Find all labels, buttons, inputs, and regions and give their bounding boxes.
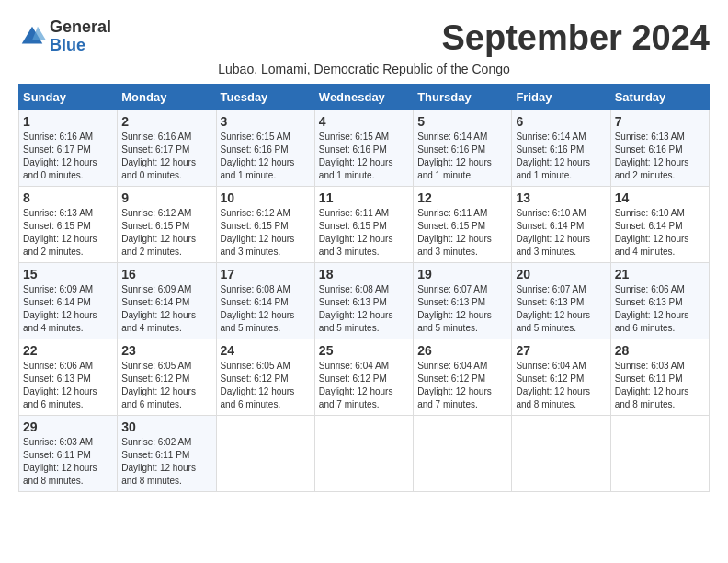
calendar-cell: 22 Sunrise: 6:06 AM Sunset: 6:13 PM Dayl… [19,339,118,416]
day-number: 16 [121,267,211,282]
calendar-cell: 26 Sunrise: 6:04 AM Sunset: 6:12 PM Dayl… [414,339,512,416]
col-wednesday: Wednesday [314,85,413,110]
calendar-table: Sunday Monday Tuesday Wednesday Thursday… [18,84,710,492]
day-number: 9 [121,190,211,205]
calendar-cell: 3 Sunrise: 6:15 AM Sunset: 6:16 PM Dayli… [216,110,314,187]
day-number: 18 [319,267,409,282]
day-info: Sunrise: 6:15 AM Sunset: 6:16 PM Dayligh… [319,132,393,180]
day-number: 28 [615,343,705,358]
day-number: 23 [121,343,211,358]
day-info: Sunrise: 6:16 AM Sunset: 6:17 PM Dayligh… [121,132,196,180]
col-tuesday: Tuesday [216,85,314,110]
calendar-cell: 9 Sunrise: 6:12 AM Sunset: 6:15 PM Dayli… [118,187,216,263]
day-number: 4 [319,114,409,129]
day-info: Sunrise: 6:05 AM Sunset: 6:12 PM Dayligh… [221,361,295,409]
day-number: 3 [221,114,311,129]
col-thursday: Thursday [414,85,512,110]
day-number: 7 [615,114,705,129]
calendar-cell: 23 Sunrise: 6:05 AM Sunset: 6:12 PM Dayl… [118,339,216,416]
day-info: Sunrise: 6:07 AM Sunset: 6:13 PM Dayligh… [417,284,492,333]
calendar-cell: 7 Sunrise: 6:13 AM Sunset: 6:16 PM Dayli… [610,110,709,187]
calendar-cell: 12 Sunrise: 6:11 AM Sunset: 6:15 PM Dayl… [414,187,512,263]
calendar-row: 8 Sunrise: 6:13 AM Sunset: 6:15 PM Dayli… [19,187,710,263]
logo-general-text: General [50,18,111,37]
calendar-cell [414,416,512,492]
day-info: Sunrise: 6:03 AM Sunset: 6:11 PM Dayligh… [615,361,689,409]
day-number: 14 [615,190,705,205]
day-number: 19 [417,267,507,282]
day-info: Sunrise: 6:06 AM Sunset: 6:13 PM Dayligh… [23,361,97,409]
day-number: 13 [516,190,606,205]
day-info: Sunrise: 6:13 AM Sunset: 6:16 PM Dayligh… [615,132,689,180]
day-number: 20 [516,267,606,282]
calendar-cell [610,416,709,492]
calendar-cell [314,416,413,492]
logo-icon [18,23,46,51]
day-info: Sunrise: 6:02 AM Sunset: 6:11 PM Dayligh… [121,437,196,486]
day-info: Sunrise: 6:14 AM Sunset: 6:16 PM Dayligh… [516,132,590,180]
calendar-cell: 14 Sunrise: 6:10 AM Sunset: 6:14 PM Dayl… [610,187,709,263]
day-info: Sunrise: 6:09 AM Sunset: 6:14 PM Dayligh… [121,284,196,333]
day-info: Sunrise: 6:13 AM Sunset: 6:15 PM Dayligh… [23,208,97,257]
calendar-cell [512,416,610,492]
calendar-cell: 25 Sunrise: 6:04 AM Sunset: 6:12 PM Dayl… [314,339,413,416]
day-info: Sunrise: 6:08 AM Sunset: 6:13 PM Dayligh… [319,284,393,333]
calendar-cell: 8 Sunrise: 6:13 AM Sunset: 6:15 PM Dayli… [19,187,118,263]
logo: General Blue [18,18,111,55]
calendar-cell: 24 Sunrise: 6:05 AM Sunset: 6:12 PM Dayl… [216,339,314,416]
col-sunday: Sunday [19,85,118,110]
calendar-cell: 28 Sunrise: 6:03 AM Sunset: 6:11 PM Dayl… [610,339,709,416]
calendar-cell: 30 Sunrise: 6:02 AM Sunset: 6:11 PM Dayl… [118,416,216,492]
calendar-cell: 19 Sunrise: 6:07 AM Sunset: 6:13 PM Dayl… [414,263,512,339]
calendar-cell: 5 Sunrise: 6:14 AM Sunset: 6:16 PM Dayli… [414,110,512,187]
day-number: 29 [23,419,113,434]
day-info: Sunrise: 6:11 AM Sunset: 6:15 PM Dayligh… [319,208,393,257]
day-info: Sunrise: 6:06 AM Sunset: 6:13 PM Dayligh… [615,284,689,333]
day-number: 10 [221,190,311,205]
day-info: Sunrise: 6:11 AM Sunset: 6:15 PM Dayligh… [417,208,492,257]
day-number: 5 [417,114,507,129]
calendar-cell: 18 Sunrise: 6:08 AM Sunset: 6:13 PM Dayl… [314,263,413,339]
calendar-row: 1 Sunrise: 6:16 AM Sunset: 6:17 PM Dayli… [19,110,710,187]
col-saturday: Saturday [610,85,709,110]
day-info: Sunrise: 6:16 AM Sunset: 6:17 PM Dayligh… [23,132,97,180]
day-info: Sunrise: 6:15 AM Sunset: 6:16 PM Dayligh… [221,132,295,180]
header-row: Sunday Monday Tuesday Wednesday Thursday… [19,85,710,110]
calendar-row: 29 Sunrise: 6:03 AM Sunset: 6:11 PM Dayl… [19,416,710,492]
calendar-cell: 6 Sunrise: 6:14 AM Sunset: 6:16 PM Dayli… [512,110,610,187]
day-number: 22 [23,343,113,358]
day-info: Sunrise: 6:08 AM Sunset: 6:14 PM Dayligh… [221,284,295,333]
day-number: 11 [319,190,409,205]
calendar-cell: 15 Sunrise: 6:09 AM Sunset: 6:14 PM Dayl… [19,263,118,339]
calendar-row: 22 Sunrise: 6:06 AM Sunset: 6:13 PM Dayl… [19,339,710,416]
day-number: 25 [319,343,409,358]
col-monday: Monday [118,85,216,110]
month-title: September 2024 [442,18,711,58]
day-info: Sunrise: 6:09 AM Sunset: 6:14 PM Dayligh… [23,284,97,333]
day-number: 24 [221,343,311,358]
day-number: 1 [23,114,113,129]
calendar-cell: 10 Sunrise: 6:12 AM Sunset: 6:15 PM Dayl… [216,187,314,263]
day-number: 17 [221,267,311,282]
day-info: Sunrise: 6:10 AM Sunset: 6:14 PM Dayligh… [516,208,590,257]
day-number: 21 [615,267,705,282]
header: General Blue September 2024 [18,18,710,58]
day-number: 6 [516,114,606,129]
calendar-cell: 13 Sunrise: 6:10 AM Sunset: 6:14 PM Dayl… [512,187,610,263]
calendar-cell: 4 Sunrise: 6:15 AM Sunset: 6:16 PM Dayli… [314,110,413,187]
day-info: Sunrise: 6:03 AM Sunset: 6:11 PM Dayligh… [23,437,97,486]
calendar-cell: 17 Sunrise: 6:08 AM Sunset: 6:14 PM Dayl… [216,263,314,339]
day-info: Sunrise: 6:12 AM Sunset: 6:15 PM Dayligh… [121,208,196,257]
logo-blue-text: Blue [50,37,111,55]
day-info: Sunrise: 6:04 AM Sunset: 6:12 PM Dayligh… [516,361,590,409]
calendar-row: 15 Sunrise: 6:09 AM Sunset: 6:14 PM Dayl… [19,263,710,339]
calendar-cell: 27 Sunrise: 6:04 AM Sunset: 6:12 PM Dayl… [512,339,610,416]
calendar-cell: 20 Sunrise: 6:07 AM Sunset: 6:13 PM Dayl… [512,263,610,339]
day-info: Sunrise: 6:04 AM Sunset: 6:12 PM Dayligh… [319,361,393,409]
day-info: Sunrise: 6:12 AM Sunset: 6:15 PM Dayligh… [221,208,295,257]
calendar-cell: 1 Sunrise: 6:16 AM Sunset: 6:17 PM Dayli… [19,110,118,187]
day-number: 26 [417,343,507,358]
calendar-cell: 16 Sunrise: 6:09 AM Sunset: 6:14 PM Dayl… [118,263,216,339]
day-info: Sunrise: 6:04 AM Sunset: 6:12 PM Dayligh… [417,361,492,409]
day-number: 15 [23,267,113,282]
